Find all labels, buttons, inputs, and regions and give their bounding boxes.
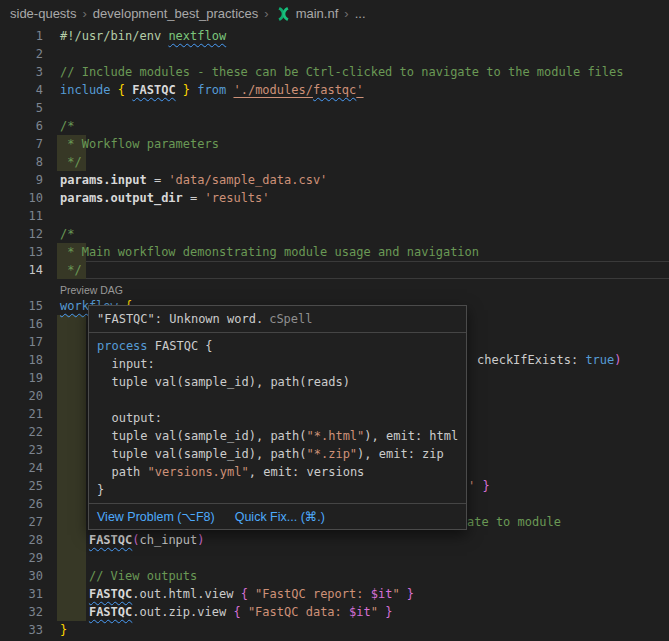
- code-token: params.output_dir: [60, 191, 183, 205]
- code-token: include: [60, 83, 118, 97]
- line-number: 30: [0, 567, 60, 585]
- line-number: 5: [0, 99, 60, 117]
- breadcrumb-item--[interactable]: ...: [355, 6, 366, 21]
- code-line-12[interactable]: 12/*: [0, 225, 669, 243]
- code-line-10[interactable]: 10params.output_dir = 'results': [0, 189, 669, 207]
- line-number: 2: [0, 45, 60, 63]
- breadcrumb: side-quests›development_best_practices›m…: [0, 0, 669, 27]
- view-problem-action[interactable]: View Problem (⌥F8): [97, 509, 215, 524]
- code-token: */: [60, 155, 82, 169]
- line-number: 33: [0, 621, 60, 639]
- line-number: 28: [0, 531, 60, 549]
- code-token: =: [183, 191, 205, 205]
- line-content: /*: [60, 225, 669, 243]
- code-line-33[interactable]: 33}: [0, 621, 669, 639]
- code-token: params.input: [60, 173, 147, 187]
- code-token: {: [241, 587, 248, 601]
- line-number: 3: [0, 63, 60, 81]
- line-content: /*: [60, 117, 669, 135]
- line-number: 27: [0, 513, 60, 531]
- line-number: 16: [0, 315, 60, 333]
- code-token: #!/usr/bin/env: [60, 29, 168, 43]
- code-token: [60, 587, 89, 601]
- line-number: 14: [0, 261, 60, 279]
- indent-highlight: [57, 513, 86, 531]
- line-number: 21: [0, 405, 60, 423]
- indent-highlight: [57, 477, 86, 495]
- line-content: }: [60, 621, 669, 639]
- tooltip-code-line: input:: [97, 355, 458, 373]
- code-line-4[interactable]: 4include { FASTQC } from './modules/fast…: [0, 81, 669, 99]
- code-line-3[interactable]: 3// Include modules - these can be Ctrl-…: [0, 63, 669, 81]
- code-token: "FastQC data:: [248, 605, 349, 619]
- code-line-5[interactable]: 5: [0, 99, 669, 117]
- code-token: }: [482, 479, 489, 493]
- code-token: tuple val(sample_id), path(: [97, 447, 307, 461]
- code-token: "*.zip": [307, 447, 358, 461]
- code-token: tuple val(sample_id), path(reads): [97, 375, 350, 389]
- tooltip-code-line: output:: [97, 409, 458, 427]
- line-content: */: [60, 261, 669, 279]
- code-token: FASTQC {: [155, 339, 213, 353]
- indent-highlight: [57, 333, 86, 351]
- code-token: process: [97, 339, 155, 353]
- line-content: #!/usr/bin/env nextflow: [60, 27, 669, 45]
- line-number: 4: [0, 81, 60, 99]
- indent-highlight: [57, 369, 86, 387]
- code-token: * Workflow parameters: [60, 137, 219, 151]
- code-line-30[interactable]: 30 // View outputs: [0, 567, 669, 585]
- code-token: .out.html.view: [132, 587, 240, 601]
- code-token: , emit: versions: [249, 465, 365, 479]
- code-token: 'data/sample_data.csv': [168, 173, 327, 187]
- code-token: [60, 605, 89, 619]
- tooltip-message: "FASTQC": Unknown word.: [97, 312, 263, 326]
- code-line-32[interactable]: 32 FASTQC.out.zip.view { "FastQC data: $…: [0, 603, 669, 621]
- line-content: include { FASTQC } from './modules/fastq…: [60, 81, 669, 99]
- code-line-2[interactable]: 2: [0, 45, 669, 63]
- hover-tooltip: "FASTQC": Unknown word.cSpell process FA…: [88, 305, 467, 530]
- code-token: from: [197, 83, 226, 97]
- code-line-6[interactable]: 6/*: [0, 117, 669, 135]
- breadcrumb-item-main-nf[interactable]: main.nf: [275, 6, 339, 21]
- code-token: ": [371, 605, 378, 619]
- code-token: (: [132, 533, 139, 547]
- indent-highlight: [57, 423, 86, 441]
- code-line-29[interactable]: 29: [0, 549, 669, 567]
- code-line-31[interactable]: 31 FASTQC.out.html.view { "FastQC report…: [0, 585, 669, 603]
- tooltip-header: "FASTQC": Unknown word.cSpell: [89, 306, 466, 333]
- code-line-9[interactable]: 9params.input = 'data/sample_data.csv': [0, 171, 669, 189]
- breadcrumb-item-side-quests[interactable]: side-quests: [10, 6, 76, 21]
- code-line-1[interactable]: 1#!/usr/bin/env nextflow: [0, 27, 669, 45]
- codelens-preview-dag[interactable]: Preview DAG: [60, 284, 123, 296]
- code-fragment: ' }: [468, 477, 490, 495]
- indent-highlight: [57, 351, 86, 369]
- code-token: input:: [97, 357, 155, 371]
- code-token: ": [392, 587, 399, 601]
- code-line-14[interactable]: 14 */: [0, 261, 669, 279]
- code-token: {: [233, 605, 240, 619]
- code-token: }: [407, 587, 414, 601]
- breadcrumb-separator: ›: [82, 6, 86, 21]
- code-line-7[interactable]: 7 * Workflow parameters: [0, 135, 669, 153]
- breadcrumb-item-development-best-practices[interactable]: development_best_practices: [93, 6, 259, 21]
- code-line-13[interactable]: 13 * Main workflow demonstrating module …: [0, 243, 669, 261]
- code-fragment: checkIfExists: true): [477, 351, 622, 369]
- code-token: ): [197, 533, 204, 547]
- tooltip-actions: View Problem (⌥F8)Quick Fix... (⌘.): [89, 503, 466, 529]
- code-token: $it: [349, 605, 371, 619]
- code-token: // View outputs: [89, 569, 197, 583]
- code-token: checkIfExists:: [477, 353, 585, 367]
- tooltip-code-line: tuple val(sample_id), path("*.zip"), emi…: [97, 445, 458, 463]
- line-content: params.output_dir = 'results': [60, 189, 669, 207]
- quick-fix-action[interactable]: Quick Fix... (⌘.): [235, 509, 325, 524]
- code-token: FASTQC: [132, 83, 175, 97]
- code-token: ate to module: [467, 515, 561, 529]
- nextflow-logo-icon: [275, 7, 292, 21]
- indent-highlight: [57, 387, 86, 405]
- code-line-11[interactable]: 11: [0, 207, 669, 225]
- breadcrumb-label: development_best_practices: [93, 6, 259, 21]
- line-content: * Workflow parameters: [60, 135, 669, 153]
- code-token: FASTQC: [89, 533, 132, 547]
- code-line-8[interactable]: 8 */: [0, 153, 669, 171]
- code-line-28[interactable]: 28 FASTQC(ch_input): [0, 531, 669, 549]
